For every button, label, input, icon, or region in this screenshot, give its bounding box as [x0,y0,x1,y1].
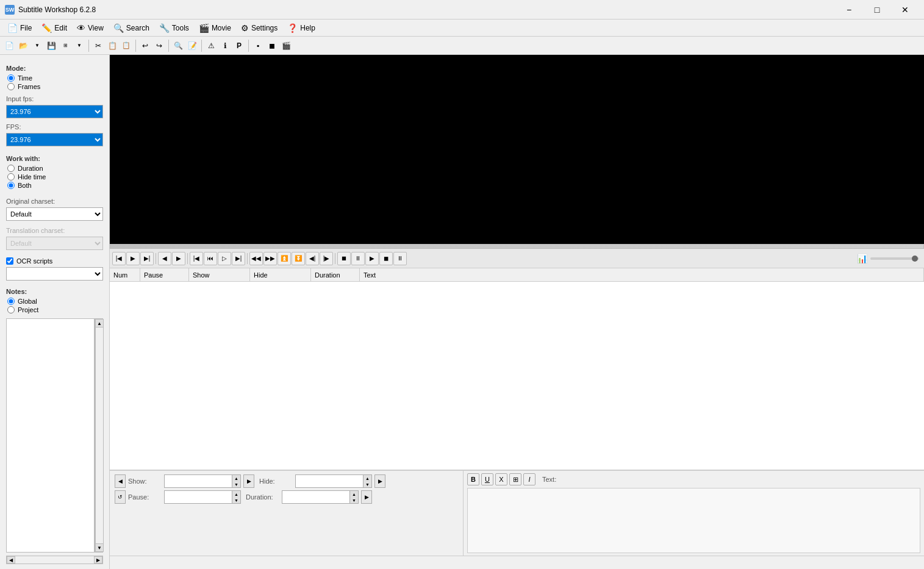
tb-square2-button[interactable]: ◼ [265,39,279,52]
pause-down-button[interactable]: ▼ [232,497,240,503]
hscroll-right-button[interactable]: ▶ [94,556,102,564]
tb-square1-button[interactable]: ▪ [251,39,265,52]
hide-down-button[interactable]: ▼ [363,481,371,487]
vc-e[interactable]: ◀| [306,252,319,265]
vc-play[interactable]: ▶ [126,252,140,265]
tb-copy-button[interactable]: 📋 [106,39,119,52]
show-input[interactable] [165,475,232,487]
pause-prev-button[interactable]: ↺ [115,490,126,504]
vc-b[interactable]: ▶▶ [263,252,277,265]
menu-help[interactable]: ❓ Help [282,21,320,35]
ocr-scripts-select[interactable] [6,267,103,281]
show-next-button[interactable]: ▶ [243,474,254,488]
mode-time-radio[interactable] [7,74,15,82]
maximize-button[interactable]: □ [863,0,891,20]
tb-open-button[interactable]: 📂 [16,39,30,52]
vc-j[interactable]: ◼ [379,252,393,265]
work-hide-time-radio[interactable] [7,173,15,181]
duration-up-button[interactable]: ▲ [349,491,358,497]
input-fps-select[interactable]: 23.976 [6,105,103,118]
duration-down-button[interactable]: ▼ [349,497,358,503]
tb-undo-button[interactable]: ↩ [138,39,152,52]
vc-f[interactable]: |▶ [320,252,333,265]
vc-next2[interactable]: ▶| [232,252,245,265]
tb-save3-button[interactable]: ▼ [73,39,86,52]
mode-frames-radio[interactable] [7,83,15,90]
notes-project-option[interactable]: Project [7,306,103,313]
hide-up-button[interactable]: ▲ [363,475,371,481]
vc-prev2[interactable]: ⏮ [204,252,217,265]
underline-button[interactable]: U [481,473,493,485]
mode-frames-option[interactable]: Frames [7,83,103,90]
hscroll-left-button[interactable]: ◀ [7,556,15,564]
tb-paste-button[interactable]: 📋 [120,39,133,52]
tb-cut-button[interactable]: ✂ [91,39,105,52]
menu-view[interactable]: 👁 View [72,21,109,35]
tb-square3-button[interactable]: 🎬 [279,39,293,52]
vc-prev[interactable]: ◀ [158,252,171,265]
menu-file[interactable]: 📄 File [2,21,37,35]
original-charset-select[interactable]: Default [6,207,103,221]
duration-next-button[interactable]: ▶ [361,490,372,504]
tb-new-button[interactable]: 📄 [2,39,16,52]
vc-i[interactable]: ▶ [365,252,379,265]
show-prev-button[interactable]: ◀ [115,474,126,488]
show-down-button[interactable]: ▼ [232,481,240,487]
work-duration-radio[interactable] [7,165,15,172]
video-scrollbar[interactable] [110,244,924,249]
translation-charset-select[interactable]: Default [6,237,103,250]
vc-k[interactable]: ⏸ [393,252,407,265]
tb-save-button[interactable]: 💾 [45,39,58,52]
notes-project-radio[interactable] [7,306,15,313]
scroll-up-button[interactable]: ▲ [95,319,104,327]
vc-c[interactable]: ⏫ [278,252,291,265]
pause-input[interactable] [165,491,232,503]
notes-global-radio[interactable] [7,298,15,305]
bold-button[interactable]: B [467,473,479,485]
tb-warning-button[interactable]: ⚠ [204,39,218,52]
duration-input[interactable] [282,491,349,503]
tb-info-button[interactable]: ℹ [218,39,232,52]
hide-next-button[interactable]: ▶ [374,474,385,488]
tb-find-button[interactable]: 🔍 [171,39,185,52]
notes-textarea[interactable] [6,318,95,553]
work-duration-option[interactable]: Duration [7,165,103,172]
fps-select[interactable]: 23.976 [6,133,103,146]
vc-back-to-start[interactable]: |◀ [112,252,126,265]
color-button[interactable]: ⊞ [509,473,521,485]
tb-dropdown-button[interactable]: ▼ [30,39,44,52]
vc-start[interactable]: |◀ [190,252,203,265]
menu-search[interactable]: 🔍 Search [109,21,154,35]
italic-button[interactable]: I [523,473,535,485]
subtitle-text-input[interactable] [467,488,920,553]
work-hide-time-option[interactable]: Hide time [7,173,103,181]
strikethrough-button[interactable]: X [495,473,507,485]
work-both-radio[interactable] [7,182,15,189]
close-button[interactable]: ✕ [891,0,919,20]
menu-edit[interactable]: ✏️ Edit [37,21,72,35]
show-up-button[interactable]: ▲ [232,475,240,481]
ocr-scripts-checkbox[interactable] [6,257,13,265]
mode-time-option[interactable]: Time [7,74,103,82]
menu-tools[interactable]: 🔧 Tools [154,21,194,35]
scroll-down-button[interactable]: ▼ [95,543,104,552]
minimize-button[interactable]: − [835,0,863,20]
vc-forward[interactable]: ▶| [140,252,154,265]
notes-global-option[interactable]: Global [7,298,103,305]
menu-movie[interactable]: 🎬 Movie [194,21,236,35]
pause-up-button[interactable]: ▲ [232,491,240,497]
vc-g[interactable]: ⏹ [337,252,351,265]
vc-a[interactable]: ◀◀ [249,252,263,265]
tb-redo-button[interactable]: ↪ [152,39,166,52]
tb-edit-button[interactable]: 📝 [185,39,199,52]
vc-h[interactable]: ⏸ [351,252,365,265]
menu-settings[interactable]: ⚙ Settings [236,21,282,35]
vc-next[interactable]: ▶ [172,252,185,265]
hide-input[interactable] [296,475,363,487]
vc-d[interactable]: ⏬ [292,252,305,265]
work-both-option[interactable]: Both [7,182,103,189]
tb-save2-button[interactable]: ⊞ [59,39,72,52]
tb-p-button[interactable]: P [232,39,246,52]
vc-play2[interactable]: ▷ [218,252,231,265]
volume-slider[interactable] [870,257,919,260]
